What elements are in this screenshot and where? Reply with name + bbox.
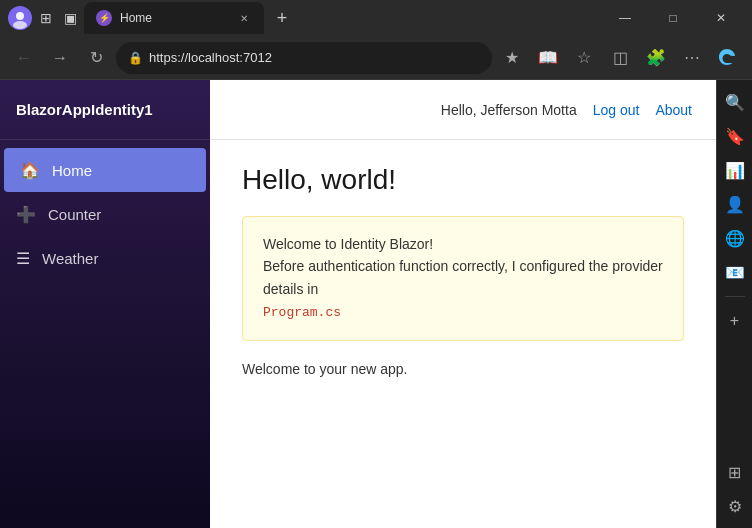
add-favorites-icon[interactable]: ☆ <box>568 42 600 74</box>
sidebar-separator <box>725 296 745 297</box>
forward-button[interactable]: → <box>44 42 76 74</box>
sidebar-brand: BlazorAppIdentity1 <box>0 80 210 140</box>
reading-view-icon[interactable]: 📖 <box>532 42 564 74</box>
address-text: https://localhost:7012 <box>149 50 480 65</box>
edge-sidebar-add[interactable]: + <box>721 307 749 335</box>
edge-sidebar-people[interactable]: 👤 <box>721 190 749 218</box>
edge-sidebar-settings[interactable]: ⚙ <box>721 492 749 520</box>
app-container: BlazorAppIdentity1 🏠 Home ➕ Counter ☰ We… <box>0 80 752 528</box>
address-bar[interactable]: 🔒 https://localhost:7012 <box>116 42 492 74</box>
sidebar-nav: 🏠 Home ➕ Counter ☰ Weather <box>0 140 210 528</box>
edge-sidebar-search[interactable]: 🔍 <box>721 88 749 116</box>
info-box: Welcome to Identity Blazor! Before authe… <box>242 216 684 341</box>
back-button[interactable]: ← <box>8 42 40 74</box>
sidebar-item-home[interactable]: 🏠 Home <box>4 148 206 192</box>
collections-icon[interactable]: ◫ <box>604 42 636 74</box>
svg-point-0 <box>16 12 24 20</box>
lock-icon: 🔒 <box>128 51 143 65</box>
sidebar-weather-label: Weather <box>42 250 98 267</box>
svg-point-1 <box>13 21 27 29</box>
page-title: Hello, world! <box>242 164 684 196</box>
sidebar: BlazorAppIdentity1 🏠 Home ➕ Counter ☰ We… <box>0 80 210 528</box>
edge-sidebar-grid[interactable]: ⊞ <box>721 458 749 486</box>
title-bar: ⊞ ▣ Home ✕ + — □ ✕ <box>0 0 752 36</box>
favorites-icon[interactable]: ★ <box>496 42 528 74</box>
user-greeting: Hello, Jefferson Motta <box>441 102 577 118</box>
about-link[interactable]: About <box>655 102 692 118</box>
edge-sidebar-office[interactable]: 📊 <box>721 156 749 184</box>
edge-sidebar-more2[interactable]: 📧 <box>721 258 749 286</box>
program-cs-link[interactable]: Program.cs <box>263 305 341 320</box>
edge-sidebar-favorites[interactable]: 🔖 <box>721 122 749 150</box>
top-bar: Hello, Jefferson Motta Log out About <box>210 80 716 140</box>
logout-button[interactable]: Log out <box>593 102 640 118</box>
sidebar-counter-label: Counter <box>48 206 101 223</box>
sidebar-home-label: Home <box>52 162 92 179</box>
brand-name: BlazorAppIdentity1 <box>16 101 153 118</box>
edge-icon[interactable] <box>712 42 744 74</box>
workspaces-icon[interactable]: ⊞ <box>36 8 56 28</box>
welcome-text: Welcome to your new app. <box>242 361 684 377</box>
tab-favicon <box>96 10 112 26</box>
close-button[interactable]: ✕ <box>698 2 744 34</box>
weather-icon: ☰ <box>16 249 30 268</box>
info-line1: Welcome to Identity Blazor! <box>263 233 663 255</box>
sidebar-item-weather[interactable]: ☰ Weather <box>0 236 210 280</box>
info-line2: Before authentication function correctly… <box>263 255 663 324</box>
more-menu-button[interactable]: ⋯ <box>676 42 708 74</box>
page-content: Hello, world! Welcome to Identity Blazor… <box>210 140 716 528</box>
new-tab-button[interactable]: + <box>268 4 296 32</box>
tab-icon[interactable]: ▣ <box>60 8 80 28</box>
sidebar-item-counter[interactable]: ➕ Counter <box>0 192 210 236</box>
nav-bar: ← → ↻ 🔒 https://localhost:7012 ★ 📖 ☆ ◫ 🧩… <box>0 36 752 80</box>
active-tab[interactable]: Home ✕ <box>84 2 264 34</box>
edge-vertical-sidebar: 🔍 🔖 📊 👤 🌐 📧 + ⊞ ⚙ <box>716 80 752 528</box>
tab-close-button[interactable]: ✕ <box>236 10 252 26</box>
refresh-button[interactable]: ↻ <box>80 42 112 74</box>
home-icon: 🏠 <box>20 161 40 180</box>
extensions-icon[interactable]: 🧩 <box>640 42 672 74</box>
counter-icon: ➕ <box>16 205 36 224</box>
window-controls: — □ ✕ <box>602 2 744 34</box>
minimize-button[interactable]: — <box>602 2 648 34</box>
main-content: Hello, Jefferson Motta Log out About Hel… <box>210 80 716 528</box>
edge-sidebar-more1[interactable]: 🌐 <box>721 224 749 252</box>
maximize-button[interactable]: □ <box>650 2 696 34</box>
profile-avatar[interactable] <box>8 6 32 30</box>
tab-title: Home <box>120 11 228 25</box>
